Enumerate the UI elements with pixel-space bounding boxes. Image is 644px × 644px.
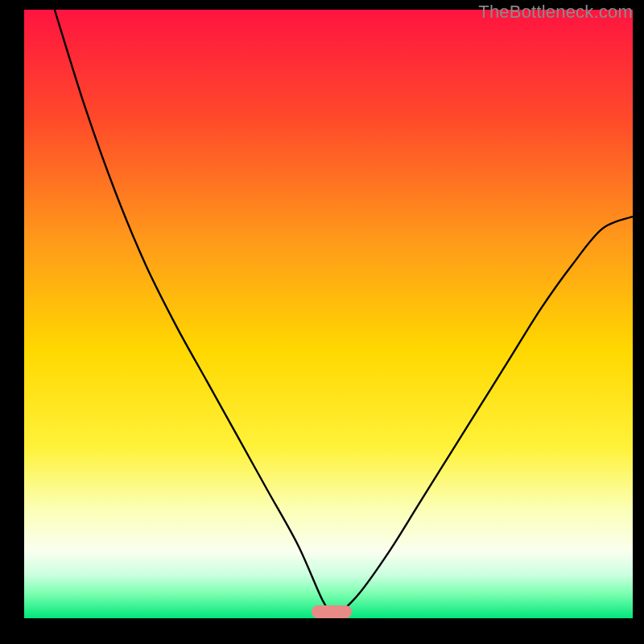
optimal-marker	[312, 605, 352, 618]
bottleneck-chart	[24, 10, 633, 618]
watermark-text: TheBottleneck.com	[478, 2, 633, 23]
gradient-background	[24, 10, 633, 618]
plot-frame	[24, 10, 633, 618]
